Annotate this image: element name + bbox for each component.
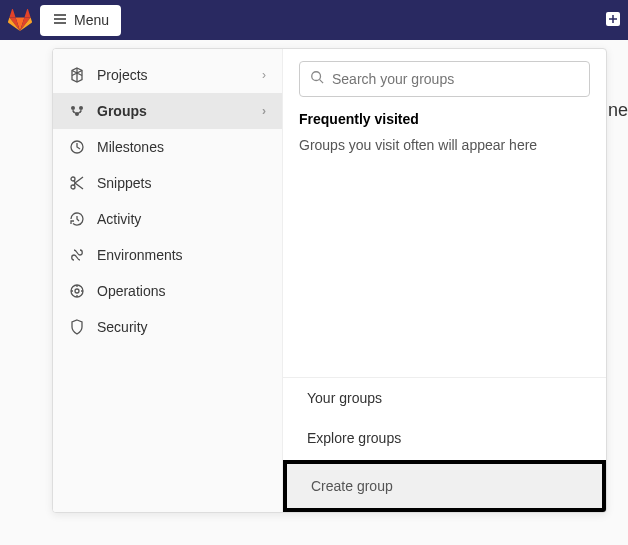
sidebar-item-label: Environments [97, 247, 183, 263]
clock-icon [69, 139, 85, 155]
sidebar: Projects › Groups › Milestones Snippets … [53, 49, 283, 512]
sidebar-item-label: Activity [97, 211, 141, 227]
history-icon [69, 211, 85, 227]
search-box[interactable] [299, 61, 590, 97]
menu-label: Menu [74, 12, 109, 28]
main-panel: Frequently visited Groups you visit ofte… [283, 49, 606, 512]
your-groups-link[interactable]: Your groups [283, 378, 606, 418]
sidebar-item-label: Milestones [97, 139, 164, 155]
top-bar: Menu [0, 0, 628, 40]
menu-flyout: Projects › Groups › Milestones Snippets … [52, 48, 607, 513]
sidebar-item-label: Projects [97, 67, 148, 83]
create-group-highlight: Create group [283, 460, 606, 512]
svg-point-7 [75, 289, 79, 293]
scissors-icon [69, 175, 85, 191]
sidebar-item-operations[interactable]: Operations [53, 273, 282, 309]
svg-point-9 [312, 72, 321, 81]
create-group-link[interactable]: Create group [287, 464, 602, 508]
sidebar-item-snippets[interactable]: Snippets [53, 165, 282, 201]
sidebar-item-label: Security [97, 319, 148, 335]
sidebar-item-label: Snippets [97, 175, 151, 191]
bottom-section: Your groups Explore groups Create group [283, 377, 606, 512]
sidebar-item-label: Operations [97, 283, 165, 299]
hamburger-icon [52, 11, 68, 30]
sidebar-item-groups[interactable]: Groups › [53, 93, 282, 129]
operations-icon [69, 283, 85, 299]
project-icon [69, 67, 85, 83]
sidebar-item-milestones[interactable]: Milestones [53, 129, 282, 165]
sidebar-item-projects[interactable]: Projects › [53, 57, 282, 93]
plus-icon[interactable] [606, 11, 620, 29]
gitlab-logo-icon [8, 8, 32, 32]
frequently-visited-text: Groups you visit often will appear here [299, 137, 590, 153]
search-input[interactable] [332, 71, 579, 87]
explore-groups-link[interactable]: Explore groups [283, 418, 606, 458]
frequently-visited-title: Frequently visited [299, 111, 590, 127]
shield-icon [69, 319, 85, 335]
svg-point-2 [79, 106, 83, 110]
environment-icon [69, 247, 85, 263]
svg-point-1 [71, 106, 75, 110]
sidebar-item-environments[interactable]: Environments [53, 237, 282, 273]
background-text-fragment: ne [608, 100, 628, 121]
groups-icon [69, 103, 85, 119]
menu-button[interactable]: Menu [40, 5, 121, 36]
sidebar-item-activity[interactable]: Activity [53, 201, 282, 237]
search-icon [310, 70, 324, 88]
chevron-right-icon: › [262, 68, 266, 82]
sidebar-item-label: Groups [97, 103, 147, 119]
chevron-right-icon: › [262, 104, 266, 118]
sidebar-item-security[interactable]: Security [53, 309, 282, 345]
